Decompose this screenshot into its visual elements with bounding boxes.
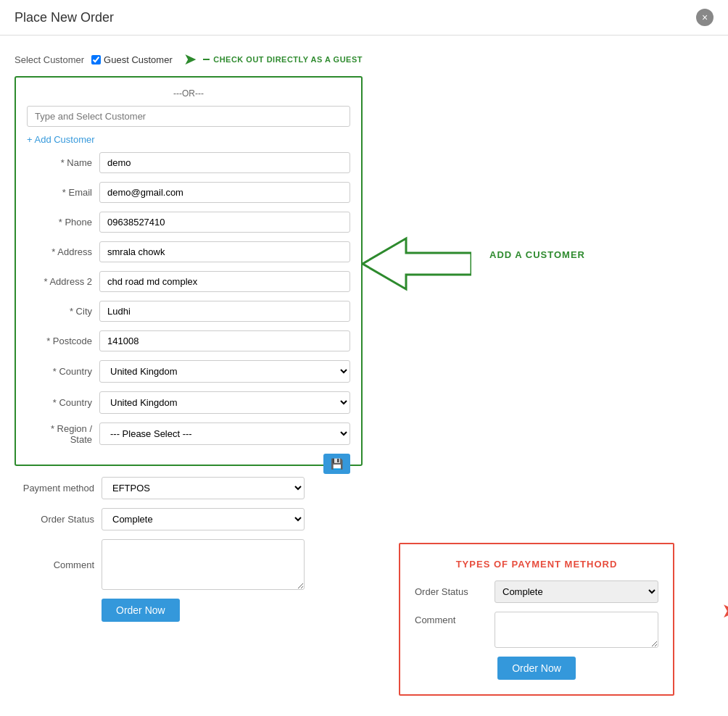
email-input[interactable] [99,182,350,203]
order-status-outer-label: Order Status [15,514,102,525]
popup-order-status-row: Order Status Complete [415,580,658,603]
country-label: * Country [27,366,99,377]
region-row: * Region / State --- Please Select --- [27,422,350,445]
payment-method-select[interactable]: EFTPOS Money Card [102,477,305,499]
region-label: * Region / State [27,423,99,445]
left-arrow-icon [363,231,471,296]
phone-row: * Phone [27,212,350,233]
guest-label[interactable]: Guest Customer [104,54,173,65]
page-wrapper: Place New Order × Select Customer Guest … [0,0,728,716]
address-input[interactable] [99,241,350,262]
comment-outer-label: Comment [15,559,102,570]
page-title: Place New Order [15,10,114,25]
country-select[interactable]: United Kingdom [99,360,350,383]
region-select[interactable]: --- Please Select --- [99,422,350,445]
popup-comment-row: Comment [415,612,658,648]
email-label: * Email [27,187,99,198]
payment-popup: TYPES OF PAYMENT METHORD Payment method … [399,543,674,696]
left-form: Select Customer Guest Customer ➤ CHECK O… [15,50,363,622]
add-customer-annotation [363,231,471,296]
country-row: * Country United Kingdom [27,360,350,383]
guest-checkbox-group: Guest Customer [91,54,173,65]
add-customer-link[interactable]: + Add Customer [27,134,95,145]
close-button[interactable]: × [696,9,713,26]
country2-select[interactable]: United Kingdom [99,391,350,414]
svg-marker-0 [363,238,471,289]
order-now-section: Order Now [15,599,363,622]
name-input[interactable] [99,152,350,173]
city-input[interactable] [99,301,350,322]
save-button[interactable]: 💾 [323,454,350,474]
guest-annotation-line: ➤ CHECK OUT DIRECTLY AS A GUEST [183,50,363,69]
name-label: * Name [27,157,99,168]
order-status-outer-row: Order Status Complete [15,508,363,530]
right-panel: ADD A CUSTOMER ➤ TYPES OF PAYMENT METHOR… [384,50,713,622]
guest-checkbox[interactable] [91,55,101,64]
page-header: Place New Order × [0,0,728,36]
address2-input[interactable] [99,271,350,292]
green-box: ---OR--- + Add Customer * Name * Email *… [15,76,363,466]
city-label: * City [27,306,99,317]
address-label: * Address [27,246,99,257]
postcode-label: * Postcode [27,336,99,346]
popup-comment-label: Comment [415,612,495,625]
add-customer-text: ADD A CUSTOMER [489,249,585,260]
payment-method-outer-row: Payment method EFTPOS Money Card [15,477,363,499]
popup-order-now-button[interactable]: Order Now [497,657,576,680]
email-row: * Email [27,182,350,203]
select-customer-row: Select Customer Guest Customer ➤ CHECK O… [15,50,363,69]
arrow-right-icon: ➤ [183,50,197,69]
order-now-button[interactable]: Order Now [102,599,180,622]
comment-textarea[interactable] [102,539,305,590]
payment-types-title: TYPES OF PAYMENT METHORD [415,559,658,570]
order-status-select[interactable]: Complete [102,508,305,530]
phone-label: * Phone [27,217,99,228]
city-row: * City [27,301,350,322]
popup-order-status-label: Order Status [415,586,495,597]
address2-row: * Address 2 [27,271,350,292]
address2-label: * Address 2 [27,276,99,287]
payment-method-outer-label: Payment method [15,483,102,494]
postcode-input[interactable] [99,330,350,351]
postcode-row: * Postcode [27,330,350,351]
main-content: Select Customer Guest Customer ➤ CHECK O… [0,36,728,636]
popup-order-status-select[interactable]: Complete [495,580,658,603]
type-select-input[interactable] [27,106,350,127]
popup-comment-textarea[interactable] [495,612,658,648]
select-customer-label: Select Customer [15,54,84,65]
country2-label: * Country [27,397,99,408]
address-row: * Address [27,241,350,262]
red-arrow-icon: ➤ [721,599,728,623]
name-row: * Name [27,152,350,173]
country2-row: * Country United Kingdom [27,391,350,414]
or-divider: ---OR--- [27,88,350,99]
comment-outer-row: Comment [15,539,363,590]
checkout-text: CHECK OUT DIRECTLY AS A GUEST [213,55,363,64]
phone-input[interactable] [99,212,350,233]
